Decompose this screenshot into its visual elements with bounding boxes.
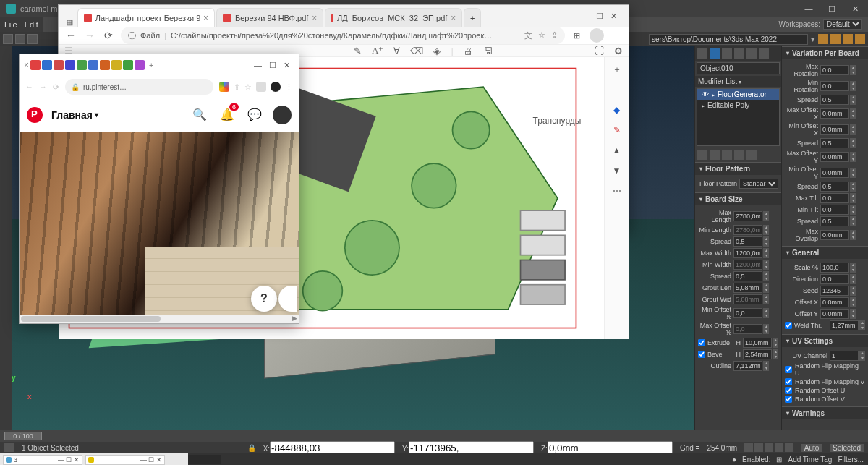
link-icon[interactable] xyxy=(858,67,865,74)
link-icon[interactable] xyxy=(858,183,865,190)
link-icon[interactable] xyxy=(771,213,778,220)
max-left-toolbar[interactable] xyxy=(0,46,12,430)
toolbar-button[interactable] xyxy=(3,34,13,44)
menu-icon[interactable]: ⋯ xyxy=(611,31,623,40)
spinner-arrows[interactable] xyxy=(850,193,856,203)
spinner-arrows[interactable] xyxy=(763,283,769,293)
text-icon[interactable]: A⁺ xyxy=(372,45,383,56)
spinner-arrows[interactable] xyxy=(763,211,769,221)
folder-icon[interactable] xyxy=(855,34,865,44)
link-icon[interactable] xyxy=(858,153,865,161)
spinner-arrows[interactable] xyxy=(850,138,856,148)
menu-file[interactable]: File xyxy=(4,20,17,29)
browser-tab[interactable]: ЛД_Борисов_МСК_32_ЭП.pdf× xyxy=(325,8,462,27)
close-tab-icon[interactable]: × xyxy=(203,13,208,23)
param-spinner[interactable] xyxy=(733,361,762,371)
add-time-tag[interactable]: Add Time Tag xyxy=(788,456,832,464)
param-spinner[interactable] xyxy=(820,138,849,148)
make-unique-icon[interactable] xyxy=(722,150,732,160)
link-icon[interactable] xyxy=(858,264,865,271)
link-icon[interactable] xyxy=(771,238,778,245)
tab-favicon[interactable] xyxy=(42,60,52,70)
checkbox[interactable] xyxy=(785,378,792,385)
profile-avatar[interactable] xyxy=(271,82,281,92)
isolate-icon[interactable]: ⊞ xyxy=(776,456,782,464)
motion-tab[interactable] xyxy=(734,48,744,59)
spinner-arrows[interactable] xyxy=(763,260,769,270)
spinner-arrows[interactable] xyxy=(763,236,769,247)
pin-scrollbar[interactable]: ◀ ▶ xyxy=(20,315,299,323)
stack-item-editable-poly[interactable]: Editable Poly xyxy=(697,100,779,111)
param-spinner[interactable] xyxy=(733,308,762,318)
param-spinner[interactable] xyxy=(743,338,772,348)
eye-icon[interactable]: 👁 xyxy=(702,90,709,98)
back-button[interactable]: ← xyxy=(25,82,33,91)
toolbar-button[interactable] xyxy=(27,34,38,44)
param-spinner[interactable] xyxy=(820,65,849,75)
spinner-arrows[interactable] xyxy=(763,271,769,281)
lock-icon[interactable]: 🔒 xyxy=(247,444,256,452)
link-icon[interactable] xyxy=(771,284,778,291)
spinner-arrows[interactable] xyxy=(850,81,856,91)
menu-edit[interactable]: Edit xyxy=(25,20,38,29)
link-icon[interactable] xyxy=(858,169,865,176)
home-dropdown[interactable]: Главная xyxy=(51,109,98,121)
param-spinner[interactable] xyxy=(820,309,849,319)
floor-pattern-select[interactable]: Standard xyxy=(739,179,778,189)
tab-favicon[interactable] xyxy=(123,60,133,70)
spinner-arrows[interactable] xyxy=(850,297,856,307)
param-spinner[interactable] xyxy=(733,225,762,235)
param-spinner[interactable] xyxy=(733,248,762,258)
param-spinner[interactable] xyxy=(820,263,849,273)
auto-key-button[interactable]: Auto xyxy=(801,444,822,452)
browser-tab[interactable]: Березки 94 НВФ.pdf× xyxy=(216,8,323,27)
bookmark-icon[interactable]: ☆ xyxy=(244,82,252,92)
link-icon[interactable] xyxy=(858,195,865,202)
param-spinner[interactable] xyxy=(733,271,762,281)
spinner-arrows[interactable] xyxy=(850,152,856,162)
more-icon[interactable]: ⋯ xyxy=(610,184,624,197)
link-icon[interactable] xyxy=(858,310,865,317)
spinner-arrows[interactable] xyxy=(773,338,778,348)
pinterest-feed[interactable]: ? ◀ ▶ xyxy=(20,132,299,323)
rollout-header[interactable]: UV Settings xyxy=(782,335,868,347)
folder-icon[interactable] xyxy=(830,34,841,44)
spinner-arrows[interactable] xyxy=(850,108,856,119)
new-tab-button[interactable]: + xyxy=(146,61,156,69)
param-spinner[interactable] xyxy=(733,324,762,334)
bookmark-icon[interactable]: ◆ xyxy=(610,103,624,116)
translate-icon[interactable]: 文 xyxy=(524,30,532,41)
link-icon[interactable] xyxy=(771,226,778,234)
spinner-arrows[interactable] xyxy=(763,308,769,318)
share-icon[interactable]: ⇪ xyxy=(234,82,240,92)
link-icon[interactable] xyxy=(858,110,865,117)
forward-button[interactable]: → xyxy=(83,30,96,41)
close-tab-icon[interactable]: × xyxy=(312,13,317,23)
notifications-icon[interactable]: 🔔6 xyxy=(218,106,237,124)
page-down-icon[interactable]: ▼ xyxy=(610,164,624,177)
link-icon[interactable] xyxy=(771,296,778,303)
show-end-result-icon[interactable] xyxy=(710,150,720,160)
hierarchy-tab[interactable] xyxy=(722,48,732,59)
link-icon[interactable] xyxy=(858,126,865,133)
time-slider-handle[interactable]: 0 / 100 xyxy=(4,432,42,440)
param-spinner[interactable] xyxy=(820,81,849,91)
param-spinner[interactable] xyxy=(830,320,859,330)
link-icon[interactable] xyxy=(771,310,778,317)
key-filters-selected[interactable]: Selected xyxy=(830,444,864,452)
utilities-tab[interactable] xyxy=(759,48,769,59)
link-icon[interactable] xyxy=(771,325,778,333)
extensions-icon[interactable] xyxy=(256,82,266,92)
maxscript-icon[interactable] xyxy=(4,443,14,452)
tab-favicon[interactable] xyxy=(100,60,110,70)
star-icon[interactable]: ☆ xyxy=(538,30,545,41)
forward-button[interactable]: → xyxy=(39,82,47,91)
minimize-button[interactable]: — xyxy=(581,12,589,20)
rollout-header[interactable]: Floor Pattern xyxy=(695,163,781,175)
send-icon[interactable]: ⇪ xyxy=(551,30,558,41)
param-spinner[interactable] xyxy=(733,236,762,247)
modifier-stack[interactable]: 👁FloorGenerator Editable Poly xyxy=(697,88,780,146)
stack-item-floorgenerator[interactable]: 👁FloorGenerator xyxy=(697,89,779,100)
next-frame-button[interactable] xyxy=(775,443,783,452)
profile-avatar[interactable] xyxy=(590,28,604,43)
